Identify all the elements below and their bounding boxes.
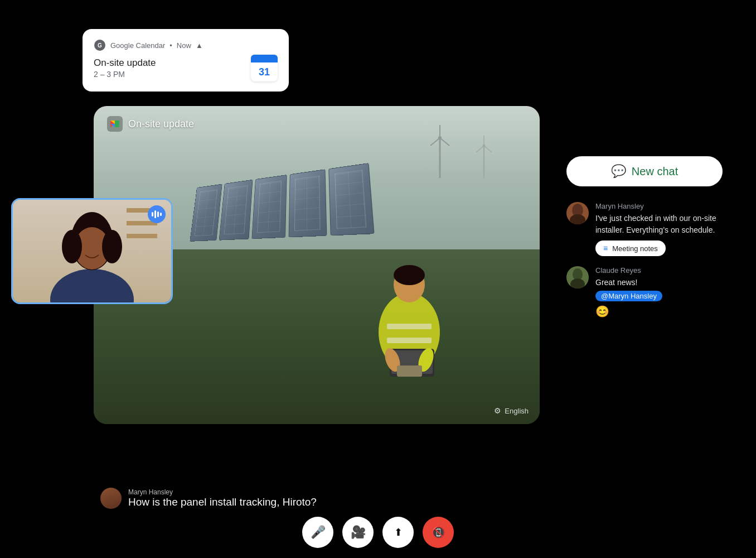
new-chat-label: New chat — [632, 165, 678, 178]
hangup-button[interactable]: 📵 — [423, 517, 454, 548]
svg-point-16 — [394, 265, 425, 285]
google-calendar-icon: G — [94, 39, 106, 51]
chat-messages-list: Maryn Hansley I've just checked in with … — [566, 202, 723, 318]
mic-button[interactable]: 🎤 — [302, 517, 333, 548]
notification-header: G Google Calendar • Now ▲ — [94, 39, 278, 51]
wind-turbines-visual — [409, 122, 495, 180]
audio-bar — [152, 212, 153, 217]
notification-title: On-site update — [94, 57, 156, 69]
new-chat-icon: 💬 — [611, 164, 626, 179]
calendar-day-number: 31 — [251, 62, 278, 81]
svg-point-28 — [50, 269, 134, 302]
svg-text:G: G — [98, 42, 102, 49]
message-sender-claude: Claude Reyes — [595, 266, 723, 275]
chat-message-maryn: Maryn Hansley I've just checked in with … — [566, 202, 723, 256]
svg-rect-14 — [387, 338, 432, 343]
solar-panel — [251, 175, 287, 239]
camera-button[interactable]: 🎥 — [342, 517, 374, 548]
message-sender-maryn: Maryn Hansley — [595, 202, 723, 210]
reaction-emoji: 😊 — [595, 305, 723, 318]
svg-line-6 — [440, 138, 449, 146]
caption-text: How is the panel install tracking, Hirot… — [128, 496, 317, 508]
wind-turbine — [426, 122, 454, 180]
notification-body: On-site update 2 – 3 PM 31 — [94, 55, 278, 81]
present-icon: ⬆ — [394, 526, 403, 538]
svg-marker-25 — [115, 121, 119, 127]
meet-overlay: On-site update — [107, 116, 194, 132]
new-chat-button[interactable]: 💬 New chat — [566, 156, 723, 186]
hangup-icon: 📵 — [432, 526, 445, 539]
notification-time-range: 2 – 3 PM — [94, 70, 156, 79]
meeting-notes-chip[interactable]: ≡ Meeting notes — [595, 240, 666, 256]
settings-icon: ⚙ — [494, 406, 501, 415]
solar-panel — [219, 180, 253, 240]
calendar-app-icon: 31 — [251, 55, 278, 81]
svg-line-10 — [476, 146, 484, 152]
language-label: English — [505, 407, 529, 415]
svg-rect-13 — [387, 324, 432, 329]
self-video-thumbnail — [11, 198, 173, 304]
worker-figure — [359, 232, 459, 377]
audio-bars — [152, 210, 162, 218]
camera-icon: 🎥 — [351, 525, 366, 540]
mic-icon: 🎤 — [311, 525, 326, 540]
svg-rect-22 — [408, 365, 422, 377]
message-content-maryn: Maryn Hansley I've just checked in with … — [595, 202, 723, 256]
video-call-title: On-site update — [128, 118, 194, 130]
chat-message-claude: Claude Reyes Great news! @Maryn Hansley … — [566, 266, 723, 318]
svg-point-31 — [62, 230, 82, 263]
notification-time: Now — [177, 41, 191, 50]
audio-bar — [157, 211, 159, 217]
caption-speaker-avatar — [100, 488, 122, 509]
notification-chevron-icon: ▲ — [196, 41, 203, 50]
audio-bar — [154, 210, 156, 218]
mention-maryn: @Maryn Hansley — [595, 291, 662, 301]
notification-dot: • — [169, 41, 172, 50]
message-text-maryn: I've just checked in with our on-site in… — [595, 213, 723, 236]
solar-panel — [190, 184, 222, 242]
avatar-claude — [566, 266, 589, 288]
present-button[interactable]: ⬆ — [382, 517, 414, 548]
language-indicator[interactable]: ⚙ English — [494, 406, 529, 415]
solar-panel — [289, 169, 327, 237]
svg-line-11 — [484, 146, 492, 152]
svg-point-32 — [102, 230, 122, 263]
self-person-figure — [25, 205, 159, 302]
message-text-claude: Great news! — [595, 277, 723, 288]
caption-speaker-name: Maryn Hansley — [128, 488, 317, 496]
caption-bar: Maryn Hansley How is the panel install t… — [100, 488, 524, 509]
meeting-notes-label: Meeting notes — [612, 244, 658, 253]
solar-panel — [328, 163, 374, 235]
audio-bar — [160, 213, 162, 216]
notification-card: G Google Calendar • Now ▲ On-site update… — [83, 29, 289, 92]
meeting-notes-icon: ≡ — [603, 244, 608, 253]
message-content-claude: Claude Reyes Great news! @Maryn Hansley … — [595, 266, 723, 318]
avatar-maryn — [566, 202, 589, 224]
caption-content: Maryn Hansley How is the panel install t… — [128, 488, 317, 508]
google-meet-logo-icon — [107, 116, 123, 132]
controls-bar: 🎤 🎥 ⬆ 📵 — [302, 517, 454, 548]
audio-active-indicator — [148, 205, 166, 223]
chat-panel: 💬 New chat Maryn Hansley I've just check… — [566, 156, 723, 318]
wind-turbine — [473, 133, 495, 180]
notification-source: Google Calendar — [110, 41, 165, 50]
svg-line-5 — [430, 138, 440, 146]
